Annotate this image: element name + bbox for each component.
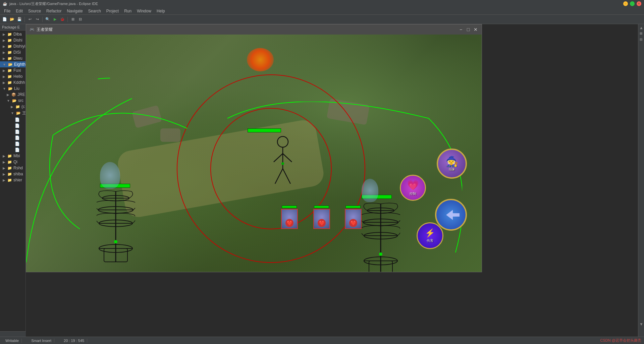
menu-run[interactable]: Run <box>121 8 134 14</box>
window-controls: − □ ✕ <box>623 1 641 6</box>
skill-icon-damage[interactable]: ⚡ 伤害 <box>417 222 443 249</box>
sidebar-label: Diba <box>13 32 22 37</box>
sidebar-item-rshd[interactable]: ▶ 📁 Rshd <box>0 165 25 171</box>
sidebar-item-dishi[interactable]: ▶ 📁 Dishi <box>0 37 25 43</box>
arrow-icon: ▶ <box>3 160 5 164</box>
stick-figure-player <box>271 135 294 192</box>
toolbar-search[interactable]: 🔍 <box>44 16 51 23</box>
arrow-icon: ▶ <box>3 154 5 158</box>
enemy-icon-1: ❤️ <box>281 209 298 229</box>
arrow-skill-svg <box>443 208 460 222</box>
sidebar-item-fuxi[interactable]: ▶ 📁 Fuxi <box>0 67 25 73</box>
sidebar-item-kddhh[interactable]: ▶ 📁 Kddhh <box>0 79 25 85</box>
sidebar-item-shiba[interactable]: ▶ 📁 shiba <box>0 171 25 177</box>
toolbar-sep-2 <box>42 17 43 22</box>
menu-refactor[interactable]: Refactor <box>44 8 64 14</box>
folder-icon: 📁 <box>7 50 12 55</box>
sidebar-label: Kddhh <box>13 80 25 85</box>
sidebar-item-diwu[interactable]: ▶ 📁 Diwu <box>0 55 25 61</box>
folder-icon: 📁 <box>7 38 12 43</box>
sidebar-label: Rshd <box>13 166 23 170</box>
minimize-button[interactable]: − <box>623 1 628 6</box>
toolbar-redo[interactable]: ↪ <box>34 16 41 23</box>
toolbar-open[interactable]: 📂 <box>9 16 15 23</box>
toolbar-run[interactable]: ▶ <box>52 16 58 23</box>
sidebar-item-wangzhe[interactable]: ▼ 📂 王者 <box>0 110 25 117</box>
sidebar-item-file5[interactable]: 📄 <box>0 141 25 147</box>
sidebar-item-qi[interactable]: ▶ 📁 Qi <box>0 159 25 165</box>
sidebar-item-file4[interactable]: 📄 <box>0 135 25 141</box>
perspective-icon-2[interactable]: ⊟ <box>639 37 643 42</box>
sidebar-item-mbi[interactable]: ▶ 📁 Mbi <box>0 153 25 159</box>
sidebar-item-file1[interactable]: 📄 <box>0 117 25 123</box>
menu-source[interactable]: Source <box>25 8 44 14</box>
maximize-button[interactable]: □ <box>630 1 635 6</box>
toolbar-views[interactable]: ⊟ <box>77 16 84 23</box>
arrow-icon: ▼ <box>11 111 14 115</box>
arrow-icon: ▶ <box>3 166 5 170</box>
popup-minimize-button[interactable]: − <box>458 27 464 32</box>
sidebar-item-diba[interactable]: ▶ 📁 Diba <box>0 31 25 37</box>
sidebar-item-eighth[interactable]: ▼ 📂 Eighth <box>0 61 25 67</box>
toolbar-undo[interactable]: ↩ <box>26 16 33 23</box>
menu-help[interactable]: Help <box>154 8 168 14</box>
skill-icon-blue[interactable] <box>435 199 467 231</box>
folder-icon: 📁 <box>7 160 12 164</box>
sidebar-item-file2[interactable]: 📄 <box>0 123 25 129</box>
folder-icon: 📂 <box>8 87 13 91</box>
menu-window[interactable]: Window <box>134 8 154 14</box>
menu-edit[interactable]: Edit <box>13 8 25 14</box>
arrow-icon: ▶ <box>3 39 5 42</box>
arrow-icon: ▶ <box>3 75 5 78</box>
sidebar-item-dishiyi[interactable]: ▶ 📁 Dishiyi <box>0 43 25 49</box>
game-popup-titlebar: 🎮 王者荣耀 − □ ✕ <box>26 24 482 35</box>
folder-icon: 📁 <box>7 56 12 61</box>
close-button[interactable]: ✕ <box>637 1 641 6</box>
game-canvas: ❤️ ❤️ ❤️ 💗 控制 <box>26 35 482 272</box>
character-portrait[interactable]: 🧙 仙缘 <box>437 149 467 179</box>
scroll-arrow-up-icon[interactable]: ▲ <box>639 25 643 30</box>
sidebar-label: (c <box>21 104 25 109</box>
skill-icon-heart[interactable]: 💗 控制 <box>400 175 426 201</box>
ghost-sprite-center <box>362 179 378 202</box>
sidebar-item-src[interactable]: ▼ 📂 src <box>0 98 25 104</box>
svg-line-27 <box>283 154 292 162</box>
folder-icon: 📦 <box>11 93 16 97</box>
sidebar-item-hello[interactable]: ▶ 📁 Hello <box>0 73 25 79</box>
toolbar-sep-3 <box>67 17 68 22</box>
folder-icon: 📂 <box>8 62 13 67</box>
file-icon: 📄 <box>15 123 20 128</box>
popup-close-button[interactable]: ✕ <box>473 27 478 32</box>
scroll-arrow-down-icon[interactable]: ▼ <box>639 322 643 327</box>
svg-line-26 <box>274 154 283 162</box>
menu-navigate[interactable]: Navigate <box>64 8 85 14</box>
menu-project[interactable]: Project <box>104 8 121 14</box>
toolbar-save[interactable]: 💾 <box>16 16 23 23</box>
menu-search[interactable]: Search <box>86 8 104 14</box>
sidebar-item-jre[interactable]: ▶ 📦 JRE <box>0 92 25 98</box>
game-icon: 🎮 <box>30 27 35 32</box>
status-insert-mode: Smart Insert <box>29 339 54 343</box>
right-scrollbar-panel: ▲ ▼ ⊞ ⊟ <box>638 24 644 337</box>
file-icon: 📄 <box>15 141 20 146</box>
sidebar-label: src <box>18 98 23 103</box>
popup-maximize-button[interactable]: □ <box>466 27 471 32</box>
sidebar-item-file3[interactable]: 📄 <box>0 129 25 135</box>
toolbar-debug[interactable]: 🐞 <box>59 16 66 23</box>
sidebar-label: Diwu <box>13 56 22 61</box>
sidebar-item-file6[interactable]: 📄 <box>0 147 25 153</box>
sidebar-label: shiba <box>13 172 23 176</box>
toolbar-sep-1 <box>24 17 25 22</box>
menu-bar: File Edit Source Refactor Navigate Searc… <box>0 7 644 15</box>
toolbar-perspective[interactable]: ⊞ <box>69 16 76 23</box>
sidebar-item-c[interactable]: ▶ 📁 (c <box>0 104 25 110</box>
menu-file[interactable]: File <box>1 8 13 14</box>
toolbar-new[interactable]: 📄 <box>1 16 8 23</box>
sidebar-item-liu[interactable]: ▼ 📂 Liu <box>0 85 25 92</box>
sidebar-item-shier[interactable]: ▶ 📁 shier <box>0 177 25 183</box>
sidebar-label: Dishiyi <box>13 44 25 49</box>
sidebar-item-disi[interactable]: ▶ 📁 DiSi <box>0 49 25 55</box>
sidebar-label: JRE <box>17 92 25 97</box>
sidebar-scrollbar-h[interactable] <box>0 331 26 337</box>
perspective-icon-1[interactable]: ⊞ <box>639 31 643 36</box>
